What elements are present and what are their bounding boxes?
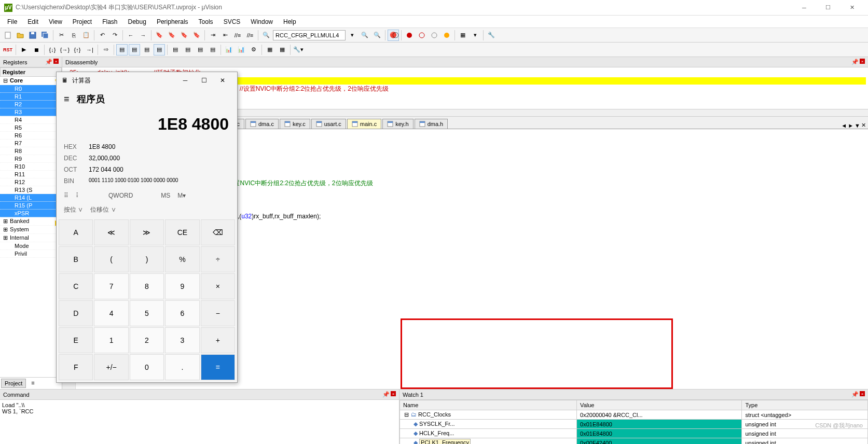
calc-key-≪[interactable]: ≪ — [94, 219, 128, 245]
watch-column-header[interactable]: Value — [577, 400, 742, 410]
calc-key-1[interactable]: 1 — [94, 327, 128, 353]
menu-debug[interactable]: Debug — [123, 17, 151, 27]
close-pane-icon[interactable]: × — [860, 59, 865, 64]
menu-file[interactable]: File — [2, 17, 22, 27]
register-row[interactable]: R15 (P — [0, 202, 62, 210]
calc-key-0[interactable]: 0 — [130, 354, 164, 380]
calc-key-E[interactable]: E — [59, 327, 93, 353]
coverage-icon[interactable]: ▦ — [264, 44, 275, 56]
pin-icon[interactable]: 📌 — [45, 59, 52, 65]
nav-fwd-icon[interactable]: → — [137, 30, 149, 41]
find-next-icon[interactable]: 🔍 — [359, 30, 370, 41]
tab-nav-right-icon[interactable]: ► — [848, 122, 853, 129]
trace-icon[interactable]: 📊 — [236, 44, 247, 56]
tab-dropdown-icon[interactable]: ▼ — [855, 122, 860, 129]
calc-key-D[interactable]: D — [59, 300, 93, 326]
editor-tab[interactable]: key.h — [382, 119, 413, 129]
watch-column-header[interactable]: Name — [400, 400, 577, 410]
menu-svcs[interactable]: SVCS — [218, 17, 246, 27]
register-row[interactable]: xPSR — [0, 210, 62, 217]
watch-column-header[interactable]: Type — [742, 400, 868, 410]
bookmark-clear-icon[interactable]: 🔖 — [191, 30, 202, 41]
pin-icon[interactable]: 📌 — [851, 391, 859, 398]
breakpoint-kill-icon[interactable] — [441, 30, 452, 41]
window-icon[interactable]: ▦ — [457, 30, 469, 41]
watch-name-cell[interactable]: ◆ PCLK1_Frequency — [400, 438, 577, 445]
calc-maximize-button[interactable]: ☐ — [195, 77, 213, 84]
debug-icon[interactable]: 🔴⃝ — [388, 30, 399, 41]
register-row[interactable]: R7 — [0, 140, 62, 147]
calc-key-8[interactable]: 8 — [130, 273, 164, 299]
watch-name-cell[interactable]: ◆ SYSCLK_Fr... — [400, 420, 577, 429]
calc-key-5[interactable]: 5 — [130, 300, 164, 326]
register-group-internal[interactable]: ⊞ Internal — [0, 234, 62, 242]
find-icon[interactable]: 🔍 — [260, 30, 272, 41]
bookmark-next-icon[interactable]: 🔖 — [178, 30, 190, 41]
calc-key-+[interactable]: + — [201, 327, 235, 353]
menu-view[interactable]: View — [44, 17, 67, 27]
copy-icon[interactable]: ⎘ — [68, 30, 79, 41]
calc-bitfield-icon[interactable]: ⠇ — [76, 192, 80, 199]
close-pane-icon[interactable]: × — [53, 59, 59, 64]
calc-key-=[interactable]: = — [201, 354, 235, 380]
close-pane-icon[interactable]: × — [860, 391, 865, 396]
step-over-icon[interactable]: {→} — [59, 44, 71, 56]
editor-tab[interactable]: usart.c — [311, 119, 346, 129]
calc-close-button[interactable]: ✕ — [213, 77, 232, 84]
callstack-icon[interactable]: ▤ — [170, 44, 181, 56]
symbol-window-icon[interactable]: ▤ — [141, 44, 153, 56]
new-icon[interactable] — [2, 30, 13, 41]
maximize-button[interactable]: ☐ — [816, 0, 840, 16]
register-row[interactable]: Privil — [0, 250, 62, 258]
calc-key-A[interactable]: A — [59, 219, 93, 245]
reset-icon[interactable]: RST — [2, 44, 13, 56]
register-group-core[interactable]: ⊟ Core — [0, 77, 62, 85]
menu-flash[interactable]: Flash — [97, 17, 122, 27]
find-prev-icon[interactable]: 🔍 — [371, 30, 383, 41]
bookmark-icon[interactable]: 🔖 — [154, 30, 165, 41]
calc-key-6[interactable]: 6 — [165, 300, 199, 326]
watch-value-cell[interactable]: 0x01E84800 — [577, 420, 742, 429]
calc-key-3[interactable]: 3 — [165, 327, 199, 353]
stop-icon[interactable]: ⏹ — [31, 44, 42, 56]
find-combo[interactable]: RCC_CFGR_PLLMULL4 — [273, 30, 346, 40]
pin-icon[interactable]: 📌 — [382, 391, 390, 398]
breakpoint-disable-icon[interactable] — [416, 30, 428, 41]
calc-mdropdown-button[interactable]: M▾ — [177, 192, 186, 199]
calc-key-F[interactable]: F — [59, 354, 93, 380]
register-row[interactable]: R11 — [0, 171, 62, 178]
show-next-icon[interactable]: ⇨ — [100, 44, 112, 56]
watch-name-cell[interactable]: ◆ HCLK_Freq... — [400, 429, 577, 438]
calc-key-≫[interactable]: ≫ — [130, 219, 164, 245]
cut-icon[interactable]: ✂ — [56, 30, 67, 41]
find-dropdown-icon[interactable]: ▾ — [347, 30, 358, 41]
watch-table-container[interactable]: NameValueType ⊟ 🗂 RCC_Clocks0x20000040 &… — [399, 400, 868, 444]
watch-row[interactable]: ◆ SYSCLK_Fr...0x01E84800unsigned int — [400, 420, 868, 429]
watch-icon[interactable]: ▤ — [182, 44, 194, 56]
save-icon[interactable] — [27, 30, 38, 41]
toolbox-icon[interactable]: 🔧▾ — [293, 44, 304, 56]
memory-icon[interactable]: ▤ — [195, 44, 206, 56]
register-row[interactable]: R13 (S — [0, 186, 62, 194]
calculator-window[interactable]: 🖩 计算器 ─ ☐ ✕ ≡ 程序员 1E8 4800 HEX1E8 4800 D… — [56, 72, 238, 383]
calc-minimize-button[interactable]: ─ — [176, 77, 195, 84]
menu-window[interactable]: Window — [245, 17, 278, 27]
calc-hex-row[interactable]: HEX1E8 4800 — [64, 141, 230, 152]
register-list[interactable]: ⊟ CoreR0R1R2R3R4R5R6R7R8R9R10R11R12R13 (… — [0, 77, 62, 377]
analyzer-icon[interactable]: 📊 — [223, 44, 235, 56]
watch-value-cell[interactable]: 0x01E84800 — [577, 429, 742, 438]
uncomment-icon[interactable]: //≡ — [244, 30, 256, 41]
close-button[interactable]: ✕ — [840, 0, 864, 16]
editor-tab[interactable]: main.c — [347, 119, 381, 129]
calc-key-CE[interactable]: CE — [165, 219, 199, 245]
paste-icon[interactable]: 📋 — [80, 30, 92, 41]
register-row[interactable]: R1 — [0, 93, 62, 101]
menu-peripherals[interactable]: Peripherals — [151, 17, 194, 27]
window-dropdown-icon[interactable]: ▾ — [470, 30, 481, 41]
register-group-banked[interactable]: ⊞ Banked — [0, 217, 62, 226]
calc-key-7[interactable]: 7 — [94, 273, 128, 299]
watch-row[interactable]: ◆ PCLK1_Frequency0x00F42400unsigned int — [400, 438, 868, 445]
watch-value-cell[interactable]: 0x20000040 &RCC_Cl... — [577, 410, 742, 420]
register-row[interactable]: R9 — [0, 155, 62, 163]
outdent-icon[interactable]: ⇤ — [219, 30, 231, 41]
